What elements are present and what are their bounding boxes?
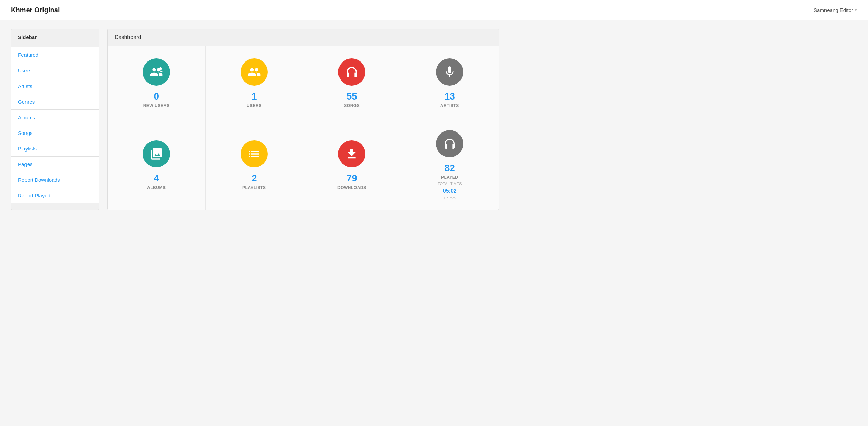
stat-new-users: 0 NEW USERS (108, 46, 206, 118)
users-icon (247, 65, 261, 79)
stat-played: 82 PLAYED TOTAL TIMES 05:02 Hh:mm (401, 118, 499, 210)
sidebar-item-pages[interactable]: Pages (11, 157, 99, 172)
topnav: Khmer Original Samneang Editor ▾ (0, 0, 868, 20)
stat-playlists: 2 PLAYLISTS (206, 118, 303, 210)
stat-albums: 4 ALBUMS (108, 118, 206, 210)
sidebar-item-report-downloads[interactable]: Report Downloads (11, 172, 99, 188)
played-hhmm-label: Hh:mm (444, 196, 456, 200)
songs-icon-circle (338, 58, 365, 86)
sidebar-item-playlists[interactable]: Playlists (11, 141, 99, 157)
svg-point-0 (159, 67, 162, 70)
sidebar-item-albums[interactable]: Albums (11, 110, 99, 125)
stats-grid: 0 NEW USERS 1 USERS (108, 46, 499, 210)
downloads-icon (345, 147, 359, 161)
downloads-icon-circle (338, 140, 365, 167)
playlists-icon (247, 147, 261, 161)
sidebar-item-genres[interactable]: Genres (11, 94, 99, 110)
played-icon-circle (436, 130, 463, 157)
sidebar-title: Sidebar (11, 34, 99, 46)
headphones-icon (345, 65, 359, 79)
albums-count: 4 (154, 174, 159, 183)
stat-downloads: 79 DOWNLOADS (303, 118, 401, 210)
user-name: Samneang Editor (814, 7, 853, 13)
songs-count: 55 (347, 92, 357, 101)
playlists-label: PLAYLISTS (242, 185, 266, 190)
albums-icon-circle (143, 140, 170, 167)
sidebar-item-featured[interactable]: Featured (11, 47, 99, 63)
artists-icon-circle (436, 58, 463, 86)
songs-label: SONGS (344, 103, 360, 108)
users-count: 1 (251, 92, 257, 101)
downloads-count: 79 (347, 174, 357, 183)
sidebar-item-report-played[interactable]: Report Played (11, 188, 99, 203)
artists-count: 13 (445, 92, 455, 101)
albums-icon (150, 147, 163, 161)
dashboard-panel: Dashboard 0 NEW USERS (107, 29, 499, 210)
microphone-icon (443, 65, 456, 79)
layout: Sidebar Featured Users Artists Genres Al… (0, 20, 510, 218)
played-label: PLAYED (441, 175, 458, 180)
app-title: Khmer Original (11, 6, 60, 14)
new-users-label: NEW USERS (143, 103, 170, 108)
sidebar-item-users[interactable]: Users (11, 63, 99, 78)
playlists-count: 2 (251, 174, 257, 183)
played-time: 05:02 (443, 188, 457, 194)
users-label: USERS (247, 103, 262, 108)
sidebar-item-artists[interactable]: Artists (11, 78, 99, 94)
sidebar-item-songs[interactable]: Songs (11, 125, 99, 141)
user-menu[interactable]: Samneang Editor ▾ (814, 7, 857, 13)
albums-label: ALBUMS (147, 185, 166, 190)
new-users-icon-circle (143, 58, 170, 86)
sidebar-panel: Sidebar Featured Users Artists Genres Al… (11, 29, 99, 210)
new-users-count: 0 (154, 92, 159, 101)
sidebar-nav: Featured Users Artists Genres Albums Son… (11, 47, 99, 203)
artists-label: ARTISTS (440, 103, 459, 108)
downloads-label: DOWNLOADS (337, 185, 366, 190)
dashboard-title: Dashboard (108, 29, 499, 46)
stat-users: 1 USERS (206, 46, 303, 118)
played-total-times-label: TOTAL TIMES (438, 182, 462, 186)
stat-songs: 55 SONGS (303, 46, 401, 118)
stat-artists: 13 ARTISTS (401, 46, 499, 118)
users-icon-circle (241, 58, 268, 86)
played-count: 82 (445, 163, 455, 173)
users-new-icon (150, 65, 163, 79)
chevron-down-icon: ▾ (855, 8, 857, 12)
playlists-icon-circle (241, 140, 268, 167)
main-content: Dashboard 0 NEW USERS (107, 29, 499, 210)
played-icon (443, 137, 456, 150)
